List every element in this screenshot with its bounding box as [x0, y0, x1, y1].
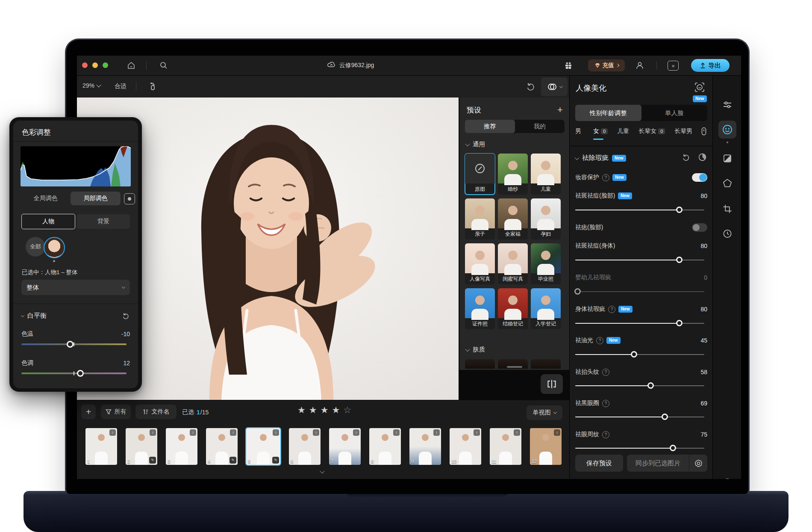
thumbnail[interactable]: ↑7 [329, 428, 361, 465]
gender-elder-female[interactable]: 长辈女 [638, 127, 656, 135]
preset-child[interactable]: 儿童 [531, 154, 561, 195]
preset-thumbnail-clipped[interactable] [465, 359, 495, 369]
hand-tool-icon[interactable] [147, 81, 158, 92]
collapse-panel-icon[interactable]: » [668, 61, 679, 71]
sort-button[interactable]: 文件名 [135, 405, 177, 419]
minimize-window-button[interactable] [92, 62, 98, 68]
tab-person[interactable]: 人物 [21, 214, 75, 229]
preset-thumbnail-clipped[interactable] [531, 359, 561, 369]
preset-parent-child[interactable]: 亲子 [465, 198, 495, 239]
sync-settings-button[interactable] [689, 459, 707, 467]
account-icon[interactable] [635, 61, 644, 70]
tab-global-color[interactable]: 全局调色 [21, 192, 71, 205]
star-empty-icon[interactable]: ☆ [343, 405, 355, 415]
star-filled-icon[interactable]: ★ [309, 405, 321, 415]
view-mode-dropdown[interactable]: 单视图 [527, 405, 562, 420]
sync-button[interactable]: 同步到已选图片 [627, 459, 689, 467]
split-compare-button[interactable] [541, 374, 563, 394]
star-rating[interactable]: ★ ★ ★ ★ ☆ [297, 405, 355, 415]
unknown-gender-icon[interactable] [700, 127, 707, 136]
help-icon[interactable]: ? [596, 337, 603, 344]
gender-female[interactable]: 女 [593, 127, 599, 135]
gender-child[interactable]: 儿童 [617, 127, 629, 135]
zoom-level-dropdown[interactable]: 29% [82, 82, 100, 89]
thumbnail[interactable]: ↑8 [369, 428, 401, 465]
crop-tool-icon[interactable] [722, 204, 732, 214]
home-icon[interactable] [127, 61, 135, 70]
thumbnail[interactable]: ↑4✎ [206, 428, 238, 465]
filter-button[interactable]: 所有 [101, 405, 131, 419]
temp-slider[interactable] [21, 343, 127, 345]
thumbnail[interactable]: ↑6 [289, 428, 321, 465]
slider[interactable] [575, 291, 704, 292]
filters-tool-icon[interactable] [722, 154, 732, 163]
preset-id-photo[interactable]: 证件照 [465, 288, 495, 329]
adjust-sliders-icon[interactable] [722, 100, 733, 110]
thumbnail[interactable]: ↑1 [85, 428, 117, 465]
section-history-icon[interactable] [698, 153, 707, 162]
star-filled-icon[interactable]: ★ [332, 405, 343, 415]
tab-local-color[interactable]: 局部调色 [71, 192, 121, 205]
tab-background[interactable]: 背景 [77, 214, 130, 229]
slider[interactable] [575, 260, 704, 260]
slider[interactable] [575, 323, 704, 324]
preset-portrait[interactable]: 人像写真 [465, 243, 495, 284]
preset-original[interactable]: 原图 [465, 154, 495, 195]
face-scan-icon[interactable] [694, 82, 705, 92]
slider[interactable] [575, 354, 704, 355]
search-icon[interactable] [159, 61, 168, 70]
sample-target-icon[interactable] [124, 193, 135, 204]
tab-single-face[interactable]: 单人脸 [641, 105, 708, 121]
section-reset-icon[interactable] [682, 153, 691, 162]
preset-graduation[interactable]: 毕业照 [531, 243, 561, 284]
export-button[interactable]: 导出 [691, 59, 730, 72]
region-dropdown[interactable]: 整体 [21, 280, 130, 295]
tab-gender-age[interactable]: 性别年龄调整 [575, 105, 641, 121]
tab-recommended[interactable]: 推荐 [465, 120, 515, 133]
mole-removal-toggle[interactable] [692, 223, 707, 232]
star-filled-icon[interactable]: ★ [297, 405, 309, 415]
help-icon[interactable]: ? [608, 306, 615, 313]
maximize-window-button[interactable] [103, 62, 108, 68]
preset-marriage-reg[interactable]: 结婚登记 [498, 288, 528, 329]
preset-maternity[interactable]: 孕妇 [531, 198, 561, 239]
slider[interactable] [575, 417, 704, 417]
gift-icon[interactable] [564, 61, 573, 70]
all-subjects-chip[interactable]: 全部 [26, 237, 45, 257]
preset-wedding[interactable]: 婚纱 [498, 154, 528, 195]
help-icon[interactable]: ? [602, 400, 609, 407]
slider[interactable] [575, 210, 704, 210]
thumbnail[interactable]: ↑2✎ [126, 428, 157, 465]
thumbnail[interactable]: ↑3 [166, 428, 197, 465]
add-photos-button[interactable]: + [81, 405, 96, 419]
slider[interactable] [575, 448, 704, 449]
preset-school-reg[interactable]: 入学登记 [531, 288, 561, 329]
help-icon[interactable]: ? [602, 431, 609, 438]
beautify-tool-selected[interactable] [718, 121, 736, 139]
help-icon[interactable]: ? [602, 369, 609, 376]
compare-view-button[interactable] [541, 77, 568, 96]
panel-resize-handle[interactable] [507, 366, 522, 368]
recharge-button[interactable]: 充值 [588, 59, 625, 71]
fit-to-screen-button[interactable]: 合适 [115, 83, 127, 90]
tint-slider[interactable] [21, 372, 127, 374]
tab-mine[interactable]: 我的 [515, 120, 565, 133]
thumbnail[interactable]: ↑12 [530, 428, 562, 465]
person-1-avatar[interactable] [44, 237, 65, 258]
save-preset-button[interactable]: 保存预设 [575, 455, 623, 472]
undo-icon[interactable] [526, 81, 536, 92]
star-filled-icon[interactable]: ★ [321, 405, 332, 415]
close-window-button[interactable] [82, 62, 88, 68]
shape-tool-icon[interactable] [722, 178, 732, 188]
help-icon[interactable]: ? [602, 174, 609, 181]
wb-reset-icon[interactable] [122, 312, 130, 320]
thumbnail[interactable]: ↑9 [409, 428, 441, 465]
help-button[interactable]: ? [722, 479, 733, 479]
makeup-protect-toggle[interactable] [692, 173, 707, 182]
history-tool-icon[interactable] [722, 229, 732, 239]
add-preset-button[interactable]: + [557, 104, 563, 115]
gender-elder-male[interactable]: 长辈男 [674, 127, 692, 135]
slider[interactable] [575, 385, 704, 386]
preset-family[interactable]: 全家福 [498, 198, 528, 239]
collapse-filmstrip-chevron[interactable] [320, 469, 324, 473]
